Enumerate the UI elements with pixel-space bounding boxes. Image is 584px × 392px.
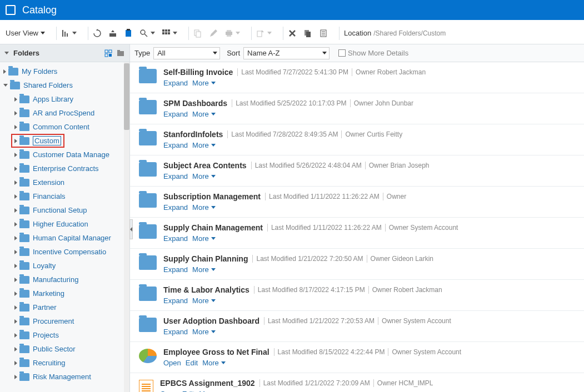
- catalog-item[interactable]: Self-Billing InvoiceLast Modified 7/27/2…: [130, 62, 584, 93]
- tree-item[interactable]: Financials: [0, 189, 129, 203]
- more-link[interactable]: More: [202, 359, 226, 367]
- tree-item[interactable]: Partner: [0, 300, 129, 314]
- more-link[interactable]: More: [192, 110, 216, 118]
- tree-item[interactable]: Public Sector: [0, 342, 129, 356]
- tree-expand-icon[interactable]: [3, 84, 8, 87]
- user-view-button[interactable]: User View: [6, 29, 45, 37]
- expand-link[interactable]: Expand: [163, 79, 188, 87]
- tree-expand-icon[interactable]: [14, 236, 17, 240]
- tree-item[interactable]: Manufacturing: [0, 273, 129, 287]
- tree-item[interactable]: Apps Library: [0, 92, 129, 106]
- tree-expand-icon[interactable]: [3, 69, 6, 74]
- tree-item[interactable]: Higher Education: [0, 217, 129, 231]
- expand-link[interactable]: Expand: [163, 234, 188, 243]
- copy-button[interactable]: [193, 29, 202, 38]
- tree-expand-icon[interactable]: [14, 180, 17, 185]
- tree-expand-icon[interactable]: [14, 264, 17, 268]
- tree-expand-icon[interactable]: [14, 139, 17, 143]
- tree-item[interactable]: Functional Setup: [0, 203, 129, 217]
- more-link[interactable]: More: [192, 141, 216, 149]
- expand-all-icon[interactable]: [4, 52, 9, 54]
- catalog-item[interactable]: EPBCS Assignment_1902Last Modified 1/21/…: [130, 373, 584, 392]
- delete-button[interactable]: [288, 29, 297, 38]
- refresh-button[interactable]: [93, 29, 102, 38]
- tree-item[interactable]: AR and ProcSpend: [0, 106, 129, 120]
- tree-expand-icon[interactable]: [14, 111, 17, 115]
- tree-expand-icon[interactable]: [14, 97, 17, 102]
- expand-link[interactable]: Expand: [163, 296, 188, 305]
- edit-link[interactable]: Edit: [182, 390, 194, 392]
- upload-button[interactable]: [108, 29, 117, 38]
- catalog-item[interactable]: User Adoption DashboardLast Modified 1/2…: [130, 311, 584, 342]
- export-button[interactable]: [256, 29, 272, 38]
- tree-expand-icon[interactable]: [14, 333, 17, 338]
- tree-expand-icon[interactable]: [14, 278, 17, 282]
- catalog-item[interactable]: Subject Area ContentsLast Modified 5/26/…: [130, 155, 584, 187]
- tree-item[interactable]: Customer Data Manage: [0, 148, 129, 162]
- tree-expand-icon[interactable]: [14, 361, 17, 365]
- open-link[interactable]: Open: [160, 390, 178, 392]
- copy2-button[interactable]: [303, 29, 312, 38]
- more-link[interactable]: More: [192, 265, 216, 274]
- tree-item[interactable]: Custom: [0, 134, 129, 148]
- expand-link[interactable]: Expand: [163, 141, 188, 149]
- more-link[interactable]: More: [192, 234, 216, 243]
- more-link[interactable]: More: [192, 296, 216, 305]
- catalog-item[interactable]: Subscription ManagementLast Modified 1/1…: [130, 187, 584, 218]
- more-link[interactable]: More: [192, 328, 216, 336]
- print-button[interactable]: [224, 29, 240, 38]
- catalog-item[interactable]: Supply Chain ManagementLast Modified 1/1…: [130, 218, 584, 249]
- tree-expand-icon[interactable]: [14, 222, 17, 227]
- show-more-checkbox[interactable]: [338, 49, 346, 57]
- tree-expand-icon[interactable]: [14, 167, 17, 171]
- expand-link[interactable]: Expand: [163, 328, 188, 336]
- tree-item[interactable]: My Folders: [0, 64, 129, 78]
- expand-link[interactable]: Expand: [163, 110, 188, 118]
- more-link[interactable]: More: [192, 203, 216, 212]
- tree-item[interactable]: Marketing: [0, 287, 129, 300]
- tree-item[interactable]: Common Content: [0, 120, 129, 134]
- props-button[interactable]: [319, 29, 328, 38]
- tree-expand-icon[interactable]: [14, 292, 17, 296]
- sort-select[interactable]: Name A-Z: [243, 47, 330, 59]
- catalog-item[interactable]: SPM DashboardsLast Modified 5/25/2022 10…: [130, 93, 584, 124]
- catalog-item[interactable]: StanfordInfoletsLast Modified 7/28/2022 …: [130, 124, 584, 155]
- tree-expand-icon[interactable]: [14, 194, 17, 199]
- tree-item[interactable]: Extension: [0, 175, 129, 189]
- expand-link[interactable]: Expand: [163, 172, 188, 180]
- tree-expand-icon[interactable]: [14, 250, 17, 254]
- tree-item[interactable]: Projects: [0, 328, 129, 342]
- tree-item[interactable]: Procurement: [0, 314, 129, 328]
- tree-expand-icon[interactable]: [14, 153, 17, 157]
- catalog-item[interactable]: Supply Chain PlanningLast Modified 1/21/…: [130, 249, 584, 280]
- tree-expand-icon[interactable]: [14, 375, 17, 379]
- tree-expand-icon[interactable]: [14, 347, 17, 351]
- open-link[interactable]: Open: [163, 359, 181, 367]
- search-button[interactable]: [139, 29, 155, 38]
- tree-item[interactable]: Enterprise Contracts: [0, 162, 129, 175]
- more-link[interactable]: More: [192, 79, 216, 87]
- splitter-handle[interactable]: [129, 219, 133, 239]
- edit-link[interactable]: Edit: [186, 359, 198, 367]
- tree-item[interactable]: Shared Folders: [0, 78, 129, 92]
- type-select[interactable]: All: [153, 47, 220, 59]
- tree-expand-icon[interactable]: [14, 208, 17, 213]
- more-link[interactable]: More: [192, 172, 216, 180]
- expand-link[interactable]: Expand: [163, 265, 188, 274]
- grid-view-button[interactable]: [162, 29, 177, 38]
- scrollbar[interactable]: [124, 62, 129, 392]
- tree-item[interactable]: Recruiting: [0, 356, 129, 370]
- tree-item[interactable]: Loyalty: [0, 259, 129, 273]
- more-link[interactable]: More: [199, 390, 222, 392]
- tree-expand-icon[interactable]: [14, 305, 17, 310]
- tree-item[interactable]: Risk Management: [0, 370, 129, 384]
- tree-expand-icon[interactable]: [14, 125, 17, 129]
- tree-item[interactable]: Incentive Compensatio: [0, 245, 129, 259]
- new-folder-icon[interactable]: [116, 49, 125, 58]
- edit-button[interactable]: [209, 29, 218, 38]
- tree-item[interactable]: Human Capital Manager: [0, 231, 129, 245]
- catalog-item[interactable]: Employee Gross to Net FinalLast Modified…: [130, 342, 584, 373]
- tree-collapse-icon[interactable]: [104, 49, 113, 58]
- expand-link[interactable]: Expand: [163, 203, 188, 212]
- sort-toolbar-button[interactable]: [61, 29, 77, 38]
